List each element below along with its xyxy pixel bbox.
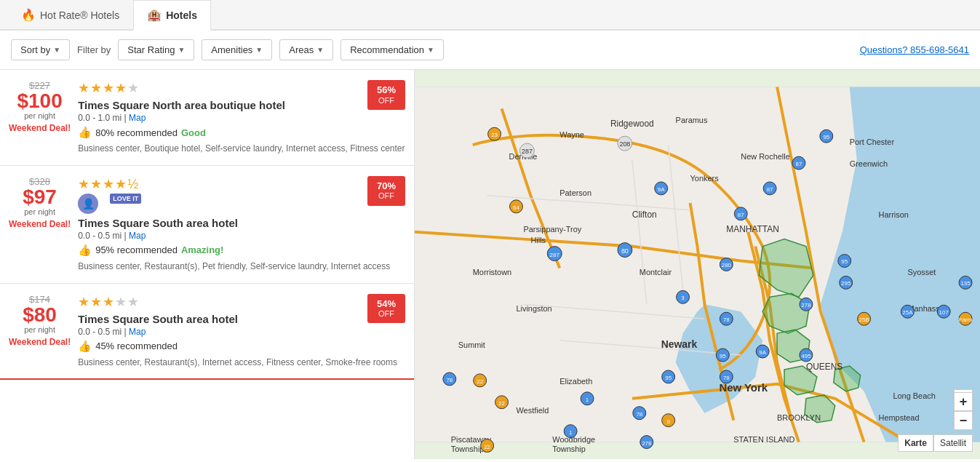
tab-hotrate[interactable]: 🔥 Hot Rate® Hotels bbox=[7, 0, 133, 29]
hotel-name[interactable]: Times Square North area boutique hotel bbox=[78, 99, 405, 111]
map-type-buttons: Karte Satellit bbox=[898, 434, 973, 452]
svg-text:1: 1 bbox=[586, 397, 589, 403]
price-block: $174 $80 per night Weekend Deal! bbox=[9, 294, 71, 347]
svg-text:78: 78 bbox=[723, 316, 730, 323]
areas-arrow-icon: ▼ bbox=[316, 46, 324, 54]
zoom-out-button[interactable]: − bbox=[954, 411, 973, 430]
svg-text:Morristown: Morristown bbox=[473, 268, 511, 276]
recommendation-label: Recommendation bbox=[350, 44, 424, 55]
current-price: $100 bbox=[9, 91, 71, 111]
hotel-name[interactable]: Times Square South area hotel bbox=[78, 217, 405, 229]
svg-text:78: 78 bbox=[723, 375, 730, 381]
discount-off: OFF bbox=[373, 309, 399, 319]
per-night: per night bbox=[9, 111, 71, 120]
hotel-name[interactable]: Times Square South area hotel bbox=[78, 313, 405, 325]
svg-text:Montclair: Montclair bbox=[640, 268, 672, 276]
amenities-button[interactable]: Amenities ▼ bbox=[202, 39, 272, 60]
tabs-bar: 🔥 Hot Rate® Hotels 🏨 Hotels bbox=[0, 0, 980, 31]
star-rating-label: Star Rating bbox=[127, 44, 175, 55]
weekend-deal: Weekend Deal! bbox=[9, 219, 71, 229]
svg-text:87: 87 bbox=[767, 186, 773, 193]
svg-text:3: 3 bbox=[681, 295, 685, 301]
svg-text:Long Beach: Long Beach bbox=[893, 391, 935, 400]
svg-text:278: 278 bbox=[642, 440, 652, 447]
map-link[interactable]: Map bbox=[129, 113, 146, 123]
svg-text:95: 95 bbox=[841, 259, 848, 266]
star-rating-arrow-icon: ▼ bbox=[178, 46, 185, 54]
svg-text:Port Chester: Port Chester bbox=[850, 138, 895, 146]
sort-by-label: Sort by bbox=[20, 44, 50, 55]
per-night: per night bbox=[9, 207, 71, 216]
rec-quality: Amazing! bbox=[181, 244, 224, 255]
hotel-card[interactable]: $328 $97 per night Weekend Deal! ★★★★½ 👤… bbox=[0, 166, 414, 284]
svg-text:25B: 25B bbox=[859, 316, 869, 323]
star-rating-button[interactable]: Star Rating ▼ bbox=[118, 39, 194, 60]
svg-text:Harrison: Harrison bbox=[879, 210, 909, 219]
recommendation-arrow-icon: ▼ bbox=[427, 46, 434, 54]
discount-off: OFF bbox=[373, 96, 399, 105]
svg-text:9A: 9A bbox=[759, 349, 766, 356]
svg-text:22: 22 bbox=[477, 378, 483, 385]
rec-percent: 45% recommended bbox=[95, 340, 178, 351]
price-block: $227 $100 per night Weekend Deal! bbox=[9, 80, 71, 133]
svg-text:MANHATTAN: MANHATTAN bbox=[726, 224, 779, 234]
hotel-info: ★★★★½ 👤 LOVE IT Times Square South area … bbox=[78, 176, 405, 273]
svg-text:78: 78 bbox=[446, 377, 453, 383]
karte-button[interactable]: Karte bbox=[898, 434, 933, 452]
svg-text:Ridgewood: Ridgewood bbox=[610, 119, 654, 129]
svg-text:Hills: Hills bbox=[530, 236, 546, 244]
tab-hotels[interactable]: 🏨 Hotels bbox=[133, 0, 211, 31]
tab-hotels-label: Hotels bbox=[166, 9, 197, 21]
svg-text:Yonkers: Yonkers bbox=[690, 174, 720, 183]
svg-text:64: 64 bbox=[513, 204, 519, 211]
areas-button[interactable]: Areas ▼ bbox=[279, 39, 333, 60]
svg-text:280: 280 bbox=[722, 262, 732, 268]
discount-badge: 54% OFF bbox=[367, 294, 405, 324]
user-avatar: 👤 bbox=[78, 194, 98, 214]
hotel-card[interactable]: $174 $80 per night Weekend Deal! ★★★★★ T… bbox=[0, 284, 414, 381]
svg-text:STATEN ISLAND: STATEN ISLAND bbox=[733, 435, 794, 444]
amenities: Business center, Restaurant(s), Internet… bbox=[78, 357, 405, 369]
svg-text:278: 278 bbox=[801, 302, 811, 308]
thumbs-up-icon: 👍 bbox=[78, 244, 92, 257]
svg-text:Livingston: Livingston bbox=[516, 304, 551, 313]
thumbs-up-icon: 👍 bbox=[78, 340, 92, 353]
current-price: $80 bbox=[9, 305, 71, 325]
hotel-distance: 0.0 - 0.5 mi | Map bbox=[78, 327, 405, 337]
svg-text:87: 87 bbox=[738, 212, 744, 218]
hotel-distance: 0.0 - 1.0 mi | Map bbox=[78, 113, 405, 123]
hotel-card[interactable]: $227 $100 per night Weekend Deal! ★★★★★ … bbox=[0, 70, 414, 166]
svg-text:9: 9 bbox=[666, 418, 670, 425]
svg-text:Newark: Newark bbox=[661, 338, 698, 350]
amenities: Business center, Restaurant(s), Pet frie… bbox=[78, 260, 405, 273]
svg-text:1: 1 bbox=[569, 429, 573, 436]
svg-text:22: 22 bbox=[484, 444, 490, 450]
weekend-deal: Weekend Deal! bbox=[9, 337, 71, 347]
map-link[interactable]: Map bbox=[129, 231, 146, 241]
map-container: Denville Wayne Ridgewood Paramus Paterso… bbox=[415, 70, 980, 459]
svg-text:Clifton: Clifton bbox=[632, 210, 657, 220]
star-rating: ★★★★½ bbox=[78, 176, 405, 192]
per-night: per night bbox=[9, 325, 71, 334]
questions-link[interactable]: Questions? 855-698-5641 bbox=[860, 44, 969, 55]
amenities: Business center, Boutique hotel, Self-se… bbox=[78, 143, 405, 155]
recommendation-button[interactable]: Recommendation ▼ bbox=[340, 39, 444, 60]
current-price: $97 bbox=[9, 187, 71, 207]
svg-text:78: 78 bbox=[636, 411, 642, 418]
svg-text:Summit: Summit bbox=[458, 340, 485, 349]
svg-text:9A: 9A bbox=[658, 186, 665, 193]
svg-text:Township: Township bbox=[451, 445, 485, 453]
svg-text:107: 107 bbox=[939, 309, 949, 316]
sort-by-button[interactable]: Sort by ▼ bbox=[11, 39, 70, 60]
hotel-info: ★★★★★ Times Square North area boutique h… bbox=[78, 80, 405, 155]
svg-text:Paramus: Paramus bbox=[676, 116, 708, 124]
map-zoom-controls: + − bbox=[954, 392, 973, 430]
discount-percent: 56% bbox=[373, 84, 399, 96]
zoom-in-button[interactable]: + bbox=[954, 392, 973, 411]
satellit-button[interactable]: Satellit bbox=[933, 434, 973, 452]
star-rating: ★★★★★ bbox=[78, 294, 405, 310]
svg-text:87: 87 bbox=[796, 161, 802, 167]
hotel-list: $227 $100 per night Weekend Deal! ★★★★★ … bbox=[0, 70, 415, 459]
map-link[interactable]: Map bbox=[129, 327, 146, 337]
thumbs-up-icon: 👍 bbox=[78, 126, 92, 139]
